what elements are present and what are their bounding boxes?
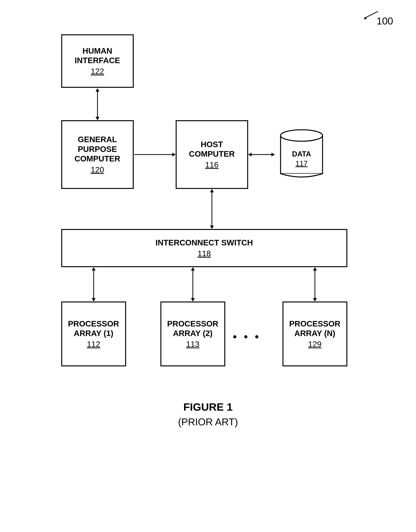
general-purpose-label: GENERALPURPOSECOMPUTER	[74, 135, 120, 164]
svg-marker-10	[172, 153, 176, 156]
human-interface-box: HUMANINTERFACE 122	[61, 34, 134, 88]
proc-array-n-label: PROCESSORARRAY (N)	[289, 319, 340, 338]
svg-marker-19	[92, 267, 95, 271]
general-purpose-box: GENERALPURPOSECOMPUTER 120	[61, 120, 134, 189]
data-cylinder-icon: DATA 117	[279, 126, 324, 183]
proc-array-1-box: PROCESSORARRAY (1) 112	[61, 301, 126, 366]
svg-marker-16	[210, 189, 214, 192]
host-computer-box: HOSTCOMPUTER 116	[176, 120, 248, 189]
interconnect-label: INTERCONNECT SWITCH	[155, 238, 253, 248]
svg-marker-7	[95, 117, 99, 120]
svg-marker-15	[210, 226, 214, 229]
figure-subtitle: (PRIOR ART)	[11, 416, 405, 428]
ellipsis-dots: • • •	[233, 331, 261, 342]
interconnect-id: 118	[198, 249, 211, 258]
svg-marker-12	[271, 153, 275, 156]
proc-array-2-label: PROCESSORARRAY (2)	[167, 319, 218, 338]
human-interface-id: 122	[91, 67, 104, 76]
svg-marker-13	[248, 153, 252, 156]
figure-title: FIGURE 1	[11, 401, 405, 413]
proc-array-2-box: PROCESSORARRAY (2) 113	[161, 301, 225, 366]
svg-marker-21	[191, 298, 195, 301]
host-computer-id: 116	[205, 160, 218, 169]
svg-text:DATA: DATA	[292, 150, 311, 158]
proc-array-1-id: 112	[87, 340, 100, 349]
svg-marker-25	[313, 267, 317, 271]
page: 100 HUMANINTERFACE 122 GENERALPURPOSECOM…	[0, 0, 416, 532]
svg-point-3	[281, 130, 322, 141]
svg-text:117: 117	[295, 160, 307, 167]
svg-line-0	[365, 11, 378, 18]
proc-array-n-box: PROCESSORARRAY (N) 129	[283, 301, 347, 366]
svg-marker-8	[95, 88, 99, 92]
diagram-number: 100	[377, 15, 393, 27]
proc-array-2-id: 113	[186, 340, 199, 349]
diagram-area: HUMANINTERFACE 122 GENERALPURPOSECOMPUTE…	[46, 34, 370, 378]
svg-marker-18	[92, 298, 95, 301]
proc-array-n-id: 129	[308, 340, 321, 349]
svg-marker-24	[313, 298, 317, 301]
host-computer-label: HOSTCOMPUTER	[189, 140, 235, 159]
figure-caption: FIGURE 1 (PRIOR ART)	[11, 401, 405, 428]
general-purpose-id: 120	[91, 165, 104, 174]
proc-array-1-label: PROCESSORARRAY (1)	[68, 319, 119, 338]
data-cylinder: DATA 117	[275, 120, 328, 189]
svg-marker-22	[191, 267, 195, 271]
number-arrow-icon	[353, 10, 384, 21]
interconnect-box: INTERCONNECT SWITCH 118	[61, 229, 347, 267]
human-interface-label: HUMANINTERFACE	[75, 46, 120, 66]
